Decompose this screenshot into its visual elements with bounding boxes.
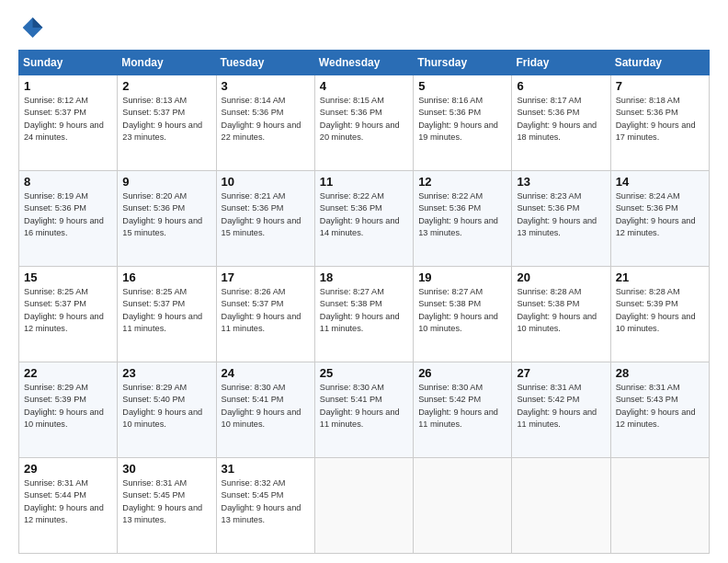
day-number: 11: [320, 175, 408, 189]
day-info: Sunrise: 8:28 AMSunset: 5:39 PMDaylight:…: [616, 287, 696, 333]
day-info: Sunrise: 8:25 AMSunset: 5:37 PMDaylight:…: [122, 287, 202, 333]
day-number: 19: [418, 270, 506, 284]
calendar-day-header: Friday: [512, 51, 610, 75]
day-info: Sunrise: 8:31 AMSunset: 5:42 PMDaylight:…: [517, 383, 597, 429]
day-number: 1: [24, 79, 112, 93]
calendar-cell: 11 Sunrise: 8:22 AMSunset: 5:36 PMDaylig…: [314, 171, 413, 267]
day-info: Sunrise: 8:17 AMSunset: 5:36 PMDaylight:…: [517, 96, 597, 142]
day-info: Sunrise: 8:16 AMSunset: 5:36 PMDaylight:…: [418, 96, 498, 142]
day-number: 20: [517, 270, 605, 284]
calendar-week-row: 15 Sunrise: 8:25 AMSunset: 5:37 PMDaylig…: [19, 267, 710, 362]
calendar-cell: [314, 458, 413, 554]
day-number: 7: [616, 79, 704, 93]
day-info: Sunrise: 8:21 AMSunset: 5:36 PMDaylight:…: [222, 191, 301, 237]
calendar-cell: 22 Sunrise: 8:29 AMSunset: 5:39 PMDaylig…: [19, 362, 118, 458]
day-number: 28: [616, 366, 704, 380]
day-number: 10: [222, 175, 310, 189]
calendar-week-row: 8 Sunrise: 8:19 AMSunset: 5:36 PMDayligh…: [19, 171, 710, 267]
day-number: 31: [222, 462, 310, 476]
calendar-cell: 5 Sunrise: 8:16 AMSunset: 5:36 PMDayligh…: [414, 75, 512, 171]
calendar-cell: 8 Sunrise: 8:19 AMSunset: 5:36 PMDayligh…: [19, 171, 118, 267]
page: SundayMondayTuesdayWednesdayThursdayFrid…: [0, 0, 728, 563]
calendar-day-header: Saturday: [610, 51, 709, 75]
day-info: Sunrise: 8:29 AMSunset: 5:39 PMDaylight:…: [24, 383, 104, 429]
calendar-cell: 29 Sunrise: 8:31 AMSunset: 5:44 PMDaylig…: [19, 458, 118, 554]
calendar-table: SundayMondayTuesdayWednesdayThursdayFrid…: [18, 50, 710, 554]
calendar-cell: 14 Sunrise: 8:24 AMSunset: 5:36 PMDaylig…: [610, 171, 709, 267]
calendar-day-header: Wednesday: [314, 51, 413, 75]
day-number: 26: [418, 366, 506, 380]
day-info: Sunrise: 8:28 AMSunset: 5:38 PMDaylight:…: [517, 287, 597, 333]
calendar-cell: 20 Sunrise: 8:28 AMSunset: 5:38 PMDaylig…: [512, 267, 610, 362]
day-number: 8: [24, 175, 112, 189]
day-number: 15: [24, 270, 112, 284]
day-info: Sunrise: 8:19 AMSunset: 5:36 PMDaylight:…: [24, 191, 104, 237]
calendar-day-header: Tuesday: [216, 51, 314, 75]
day-info: Sunrise: 8:20 AMSunset: 5:36 PMDaylight:…: [122, 191, 202, 237]
calendar-cell: 21 Sunrise: 8:28 AMSunset: 5:39 PMDaylig…: [610, 267, 709, 362]
calendar-cell: [512, 458, 610, 554]
day-info: Sunrise: 8:26 AMSunset: 5:37 PMDaylight:…: [222, 287, 301, 333]
day-number: 30: [122, 462, 210, 476]
calendar-day-header: Monday: [118, 51, 216, 75]
day-info: Sunrise: 8:25 AMSunset: 5:37 PMDaylight:…: [24, 287, 104, 333]
day-number: 23: [122, 366, 210, 380]
day-info: Sunrise: 8:15 AMSunset: 5:36 PMDaylight:…: [320, 96, 400, 142]
day-info: Sunrise: 8:13 AMSunset: 5:37 PMDaylight:…: [122, 96, 202, 142]
day-info: Sunrise: 8:22 AMSunset: 5:36 PMDaylight:…: [418, 191, 498, 237]
day-info: Sunrise: 8:23 AMSunset: 5:36 PMDaylight:…: [517, 191, 597, 237]
day-number: 6: [517, 79, 605, 93]
calendar-cell: [414, 458, 512, 554]
day-number: 3: [222, 79, 310, 93]
calendar-cell: 28 Sunrise: 8:31 AMSunset: 5:43 PMDaylig…: [610, 362, 709, 458]
day-info: Sunrise: 8:22 AMSunset: 5:36 PMDaylight:…: [320, 191, 400, 237]
calendar-cell: 2 Sunrise: 8:13 AMSunset: 5:37 PMDayligh…: [118, 75, 216, 171]
day-info: Sunrise: 8:29 AMSunset: 5:40 PMDaylight:…: [122, 383, 202, 429]
calendar-cell: 23 Sunrise: 8:29 AMSunset: 5:40 PMDaylig…: [118, 362, 216, 458]
calendar-cell: 31 Sunrise: 8:32 AMSunset: 5:45 PMDaylig…: [216, 458, 314, 554]
day-info: Sunrise: 8:31 AMSunset: 5:45 PMDaylight:…: [122, 478, 202, 524]
day-number: 12: [418, 175, 506, 189]
day-number: 9: [122, 175, 210, 189]
calendar-cell: 19 Sunrise: 8:27 AMSunset: 5:38 PMDaylig…: [414, 267, 512, 362]
logo: [18, 15, 48, 40]
calendar-week-row: 22 Sunrise: 8:29 AMSunset: 5:39 PMDaylig…: [19, 362, 710, 458]
day-number: 17: [222, 270, 310, 284]
day-info: Sunrise: 8:31 AMSunset: 5:43 PMDaylight:…: [616, 383, 696, 429]
calendar-cell: 7 Sunrise: 8:18 AMSunset: 5:36 PMDayligh…: [610, 75, 709, 171]
day-number: 13: [517, 175, 605, 189]
calendar-week-row: 1 Sunrise: 8:12 AMSunset: 5:37 PMDayligh…: [19, 75, 710, 171]
calendar-cell: 17 Sunrise: 8:26 AMSunset: 5:37 PMDaylig…: [216, 267, 314, 362]
calendar-cell: 10 Sunrise: 8:21 AMSunset: 5:36 PMDaylig…: [216, 171, 314, 267]
day-info: Sunrise: 8:30 AMSunset: 5:41 PMDaylight:…: [320, 383, 400, 429]
day-info: Sunrise: 8:14 AMSunset: 5:36 PMDaylight:…: [222, 96, 301, 142]
calendar-cell: 6 Sunrise: 8:17 AMSunset: 5:36 PMDayligh…: [512, 75, 610, 171]
day-info: Sunrise: 8:32 AMSunset: 5:45 PMDaylight:…: [222, 478, 301, 524]
day-number: 22: [24, 366, 112, 380]
day-info: Sunrise: 8:12 AMSunset: 5:37 PMDaylight:…: [24, 96, 104, 142]
calendar-cell: 16 Sunrise: 8:25 AMSunset: 5:37 PMDaylig…: [118, 267, 216, 362]
day-number: 25: [320, 366, 408, 380]
header: [18, 15, 710, 40]
day-number: 16: [122, 270, 210, 284]
calendar-cell: 27 Sunrise: 8:31 AMSunset: 5:42 PMDaylig…: [512, 362, 610, 458]
calendar-day-header: Thursday: [414, 51, 512, 75]
day-number: 24: [222, 366, 310, 380]
day-number: 2: [122, 79, 210, 93]
calendar-day-header: Sunday: [19, 51, 118, 75]
day-info: Sunrise: 8:30 AMSunset: 5:41 PMDaylight:…: [222, 383, 301, 429]
day-number: 14: [616, 175, 704, 189]
day-info: Sunrise: 8:18 AMSunset: 5:36 PMDaylight:…: [616, 96, 696, 142]
calendar-cell: 13 Sunrise: 8:23 AMSunset: 5:36 PMDaylig…: [512, 171, 610, 267]
day-info: Sunrise: 8:31 AMSunset: 5:44 PMDaylight:…: [24, 478, 104, 524]
day-info: Sunrise: 8:30 AMSunset: 5:42 PMDaylight:…: [418, 383, 498, 429]
svg-marker-1: [33, 17, 43, 28]
day-number: 21: [616, 270, 704, 284]
calendar-cell: 4 Sunrise: 8:15 AMSunset: 5:36 PMDayligh…: [314, 75, 413, 171]
day-number: 5: [418, 79, 506, 93]
day-number: 29: [24, 462, 112, 476]
calendar-cell: 3 Sunrise: 8:14 AMSunset: 5:36 PMDayligh…: [216, 75, 314, 171]
calendar-cell: 18 Sunrise: 8:27 AMSunset: 5:38 PMDaylig…: [314, 267, 413, 362]
calendar-week-row: 29 Sunrise: 8:31 AMSunset: 5:44 PMDaylig…: [19, 458, 710, 554]
calendar-cell: [610, 458, 709, 554]
